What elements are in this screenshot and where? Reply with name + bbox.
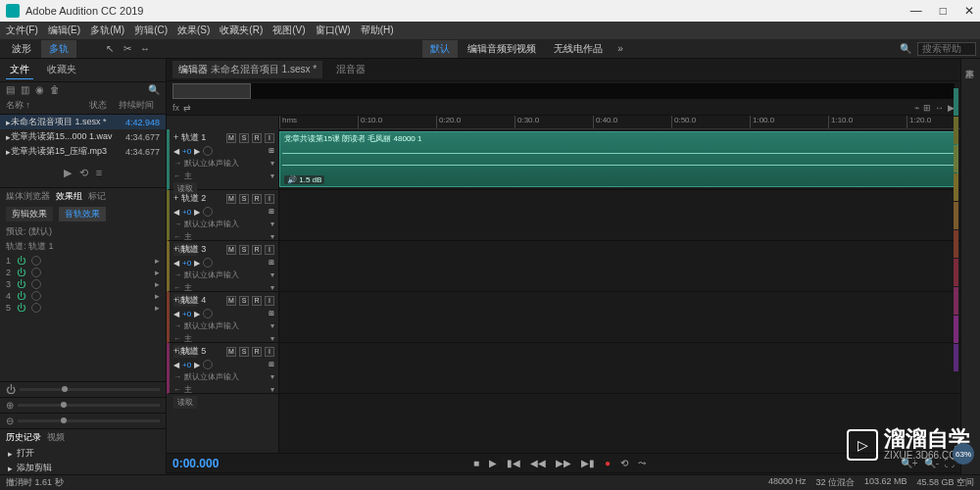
fx-slot[interactable]: 1⏻▸	[6, 255, 160, 267]
track-lane[interactable]	[279, 292, 960, 343]
track-lane[interactable]: 党章共读第15课 朗读者 毛凤丽 48000 1🔊 1.5 dB	[279, 129, 960, 190]
snap-icon[interactable]: ⊞	[923, 103, 931, 113]
mute-button[interactable]: M	[226, 347, 236, 357]
color-marker[interactable]	[954, 230, 958, 258]
track-pan[interactable]	[203, 258, 213, 268]
eq-icon[interactable]: ⌁	[914, 103, 919, 113]
clip-effects-tab[interactable]: 剪辑效果	[6, 207, 53, 221]
markers-tab[interactable]: 标记	[88, 190, 106, 203]
solo-button[interactable]: S	[239, 245, 249, 255]
history-tab[interactable]: 历史记录	[6, 431, 41, 444]
fx-icon[interactable]: fx	[172, 103, 179, 113]
workspace-default[interactable]: 默认	[422, 40, 458, 58]
preset-value[interactable]: (默认)	[28, 226, 52, 236]
track-name[interactable]: + 轨道 5	[173, 345, 223, 358]
history-item[interactable]: ▸添加剪辑	[0, 461, 166, 475]
arm-button[interactable]: R	[252, 245, 262, 255]
search-files-icon[interactable]: 🔍	[148, 84, 160, 95]
track-volume[interactable]: +0	[182, 259, 191, 268]
track-lane[interactable]	[279, 190, 960, 241]
track-output[interactable]: 主	[184, 282, 192, 293]
forward-button[interactable]: ▶▶	[556, 458, 571, 468]
record-button[interactable]: ●	[605, 458, 611, 468]
play-icon[interactable]: ▶	[64, 167, 72, 179]
menu-item[interactable]: 编辑(E)	[48, 24, 80, 37]
track-header[interactable]: + 轨道 4MSRI ◀+0▶⊞ →默认立体声输入▾ ←主▾ 读取	[167, 292, 278, 343]
track-volume[interactable]: +0	[182, 147, 191, 156]
delete-file-icon[interactable]: 🗑	[50, 84, 60, 95]
output-gain-icon[interactable]: ⊖	[6, 416, 14, 426]
track-read[interactable]: 读取	[173, 396, 197, 409]
solo-button[interactable]: S	[239, 347, 249, 357]
file-row[interactable]: ▸ 未命名混音项目 1.sesx *4:42.948	[0, 115, 166, 129]
track-name[interactable]: + 轨道 1	[173, 131, 223, 144]
track-input[interactable]: 默认立体声输入	[184, 219, 239, 229]
track-pan[interactable]	[203, 360, 213, 369]
editor-tab[interactable]: 编辑器 未命名混音项目 1.sesx *	[172, 61, 322, 78]
solo-button[interactable]: S	[239, 194, 249, 204]
razor-tool-icon[interactable]: ✂	[120, 41, 135, 57]
audio-clip[interactable]: 党章共读第15课 朗读者 毛凤丽 48000 1🔊 1.5 dB	[279, 131, 958, 187]
track-volume[interactable]: +0	[182, 208, 191, 217]
clip-gain[interactable]: 🔊 1.5 dB	[284, 175, 324, 184]
track-input[interactable]: 默认立体声输入	[184, 371, 239, 382]
menu-item[interactable]: 剪辑(C)	[134, 24, 168, 37]
mute-button[interactable]: M	[226, 133, 236, 143]
fx-slot[interactable]: 3⏻▸	[6, 278, 160, 290]
multitrack-tab[interactable]: 多轨	[41, 40, 76, 58]
track-effects-tab[interactable]: 音轨效果	[59, 207, 106, 221]
track-output[interactable]: 主	[184, 231, 192, 242]
media-browser-tab[interactable]: 媒体浏览器	[6, 190, 50, 203]
loop-button[interactable]: ⟲	[620, 458, 628, 468]
maximize-button[interactable]: □	[940, 4, 947, 18]
monitor-button[interactable]: I	[265, 194, 274, 204]
color-marker[interactable]	[954, 173, 958, 201]
track-header[interactable]: + 轨道 5MSRI ◀+0▶⊞ →默认立体声输入▾ ←主▾ 读取	[167, 343, 278, 394]
track-lane[interactable]	[279, 343, 960, 394]
file-row[interactable]: ▸ 党章共读第15...000 1.wav4:34.677	[0, 129, 166, 144]
history-item[interactable]: ▸打开	[0, 446, 166, 461]
rewind-button[interactable]: ◀◀	[530, 458, 546, 468]
track-output[interactable]: 主	[184, 171, 192, 181]
fx-slot[interactable]: 2⏻▸	[6, 267, 160, 278]
essential-sound-tab[interactable]: 基本声	[961, 59, 978, 67]
track-pan[interactable]	[203, 146, 213, 156]
arm-button[interactable]: R	[252, 296, 262, 306]
monitor-button[interactable]: I	[265, 347, 274, 357]
workspace-radio[interactable]: 无线电作品	[546, 40, 611, 58]
color-marker[interactable]	[954, 117, 958, 144]
video-tab[interactable]: 视频	[47, 431, 65, 444]
effects-rack-tab[interactable]: 效果组	[56, 190, 82, 203]
overview-selection[interactable]	[172, 83, 251, 99]
solo-button[interactable]: S	[239, 296, 249, 306]
track-volume[interactable]: +0	[182, 310, 191, 318]
send-icon[interactable]: ⇄	[183, 103, 191, 113]
play-button[interactable]: ▶	[489, 458, 497, 468]
open-file-icon[interactable]: ▥	[21, 84, 29, 95]
arm-button[interactable]: R	[252, 133, 262, 143]
fx-slot[interactable]: 5⏻▸	[6, 302, 160, 314]
solo-button[interactable]: S	[239, 133, 249, 143]
track-pan[interactable]	[203, 309, 213, 318]
color-marker[interactable]	[954, 287, 958, 315]
input-slider[interactable]	[18, 404, 160, 407]
color-marker[interactable]	[954, 145, 958, 172]
favorites-tab[interactable]: 收藏夹	[43, 61, 80, 79]
mix-slider[interactable]	[20, 388, 160, 391]
time-ruler[interactable]: hms0:10.00:20.00:30.00:40.00:50.01:00.01…	[279, 116, 960, 129]
arm-button[interactable]: R	[252, 347, 262, 357]
color-marker[interactable]	[954, 202, 958, 229]
col-name[interactable]: 名称 ↑	[6, 99, 89, 112]
input-gain-icon[interactable]: ⊕	[6, 400, 14, 411]
track-header[interactable]: + 轨道 1MSRI ◀+0▶⊞ →默认立体声输入▾ ←主▾ 读取	[167, 129, 278, 190]
color-marker[interactable]	[954, 88, 958, 116]
monitor-button[interactable]: I	[265, 296, 274, 306]
timeline[interactable]: hms0:10.00:20.00:30.00:40.00:50.01:00.01…	[279, 116, 960, 453]
overview-bar[interactable]	[172, 83, 955, 99]
col-duration[interactable]: 持续时间	[119, 99, 160, 112]
auto-play-icon[interactable]: ≡	[96, 167, 102, 179]
col-status[interactable]: 状态	[89, 99, 119, 112]
mute-button[interactable]: M	[226, 296, 236, 306]
track-name[interactable]: + 轨道 2	[173, 192, 223, 205]
arm-button[interactable]: R	[252, 194, 262, 204]
